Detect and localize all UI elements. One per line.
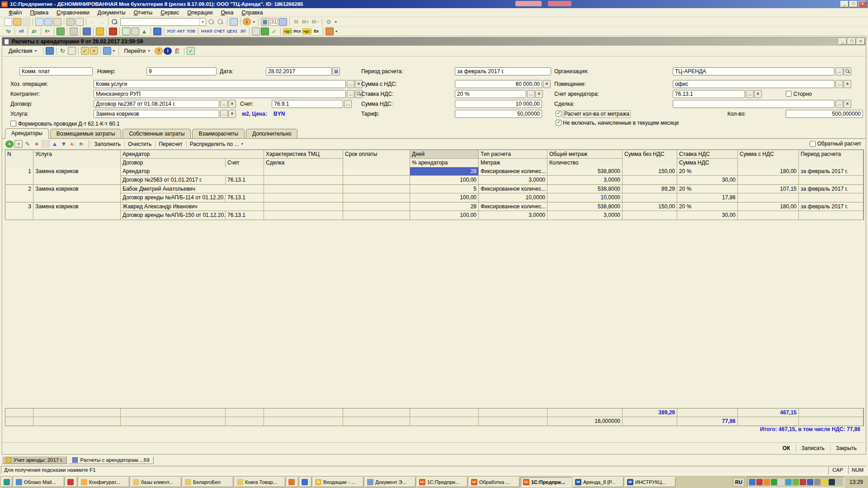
calendar-icon[interactable]: 31 — [270, 18, 278, 26]
org-field[interactable]: ТЦ-АРЕНДА — [673, 67, 835, 75]
counterparty-field[interactable]: Минскэнерго РУП — [94, 90, 346, 98]
vat-in-label[interactable]: Вх — [312, 28, 321, 35]
tray-icon[interactable] — [749, 479, 755, 485]
cell-tenant[interactable]: Бабок Дмитрий Анатольевич — [121, 185, 264, 193]
date-field[interactable]: 28.02.2017 — [266, 67, 332, 75]
make-postings-checkbox[interactable] — [10, 121, 16, 127]
cell-total-area[interactable]: 538,8000 — [547, 185, 623, 193]
tenant-account-field[interactable]: 76.13.1 — [673, 90, 745, 98]
menu-edit[interactable]: Правка — [26, 9, 53, 17]
cell-vat-rate[interactable]: 20 % — [677, 185, 738, 193]
account-select-button[interactable]: ... — [344, 100, 352, 108]
delete-row-icon[interactable]: × — [33, 140, 41, 148]
copy-icon[interactable] — [44, 18, 52, 26]
cut-icon[interactable] — [35, 18, 43, 26]
subconto-report-icon[interactable]: об — [17, 28, 25, 35]
info-dropdown-icon[interactable]: ▼ — [252, 18, 256, 26]
help-icon[interactable]: ? — [155, 47, 163, 55]
number-field[interactable]: 9 — [146, 67, 217, 75]
menu-service[interactable]: Сервис — [156, 9, 183, 17]
taskbar-outlook-inbox[interactable]: OВходящие - ... — [313, 477, 363, 487]
taskbar-document[interactable]: Документ Э... — [365, 477, 415, 487]
menu-operations[interactable]: Операции — [183, 9, 217, 17]
move-up-icon[interactable]: ▲ — [51, 140, 59, 148]
cell-empty[interactable] — [623, 211, 677, 220]
print-preview-icon[interactable] — [75, 18, 84, 26]
chart-icon[interactable] — [122, 28, 130, 35]
tariff-field[interactable]: 50,00000 — [455, 110, 542, 118]
cell-n[interactable]: 1 — [5, 167, 33, 184]
taskbar-folder-kniga[interactable]: Книга Товар... — [235, 477, 285, 487]
cell-tenant-pct[interactable]: 100,00 — [410, 176, 479, 184]
check-document-icon[interactable]: ✓ — [270, 28, 278, 35]
col-days[interactable]: Дней — [410, 150, 479, 159]
write-button[interactable]: Записать — [796, 444, 830, 452]
cell-vat-sum[interactable]: 17,86 — [677, 193, 738, 202]
cell-contract[interactable]: Договор №2563 от 01.01.2017 г. — [121, 176, 226, 184]
quicklaunch-icon[interactable] — [1, 477, 12, 487]
minimize-button[interactable]: _ — [840, 1, 849, 7]
about-icon[interactable]: i — [164, 47, 172, 55]
edit-document-icon[interactable] — [153, 28, 161, 35]
tab-vozmeshchaemye[interactable]: Возмещаемые затраты — [50, 129, 122, 138]
counterparty-select-button[interactable]: ... — [347, 90, 354, 98]
taskbar-cloud-mail[interactable]: Облако Mail... — [14, 477, 64, 487]
service-settings-icon[interactable]: ⚙ — [325, 18, 333, 26]
cell-n[interactable]: 2 — [5, 185, 33, 202]
cell-vat-sum[interactable]: 30,00 — [677, 176, 738, 184]
exclude-current-checkbox[interactable] — [556, 120, 561, 126]
tray-icon[interactable] — [807, 479, 813, 485]
taskbar-word-arenda[interactable]: WАренда_8 [Р... — [573, 477, 623, 487]
fill-button[interactable]: Заполнить — [90, 141, 124, 148]
cell-deal[interactable] — [264, 193, 343, 202]
cell-sum-no-vat[interactable]: 150,00 — [623, 167, 677, 176]
undo-icon[interactable]: ← — [89, 18, 97, 26]
col-tenant[interactable]: Арендатор — [121, 150, 264, 159]
move-down-icon[interactable]: ▼ — [60, 140, 68, 148]
cell-days-selected[interactable]: 28 — [410, 167, 479, 176]
cell-calc-type[interactable]: Фиксированное количес... — [479, 185, 547, 193]
room-clear-button[interactable]: × — [844, 80, 851, 88]
debit-report-icon[interactable]: Дт — [30, 28, 38, 35]
taskbar-blue-app[interactable] — [300, 477, 311, 487]
vat-in-icon[interactable]: НДС — [302, 28, 311, 34]
quantity-field[interactable]: 500,000000 — [786, 110, 863, 118]
tray-icon[interactable] — [836, 479, 842, 485]
taskbar-folder-bases[interactable]: базы клиент... — [131, 477, 181, 487]
contract-field[interactable]: Договор №2367 от 01.08.2014 г. — [94, 100, 219, 108]
taskbar-orange-app[interactable] — [287, 477, 298, 487]
usl-icon[interactable]: УСЛ — [166, 28, 175, 35]
tab-arendatory[interactable]: Арендаторы — [5, 128, 49, 139]
memory-plus-icon[interactable]: M+ — [301, 18, 310, 26]
deal-clear-button[interactable]: × — [844, 100, 851, 108]
cell-contract[interactable]: Договор аренды №АП/Б-114 от 01.12.20... — [121, 193, 226, 202]
cell-area[interactable]: 3,0000 — [479, 211, 547, 220]
sort-asc-icon[interactable]: А↓ — [69, 140, 77, 148]
col-calc-type[interactable]: Тип расчета — [479, 150, 547, 159]
taskbar-word-instrukc[interactable]: WИНСТРУКЦ... — [625, 477, 675, 487]
service-field[interactable]: Замена ковриков — [94, 110, 219, 118]
cell-vat-sum[interactable]: 30,00 — [677, 211, 738, 220]
cell-account[interactable]: 76.13.1 — [226, 176, 264, 184]
cell-calc-type[interactable]: Фиксированное количес... — [479, 202, 547, 211]
org-select-button[interactable]: ... — [835, 67, 843, 75]
close-button[interactable]: × — [859, 1, 867, 7]
save-icon[interactable] — [22, 18, 30, 26]
memory-minus-icon[interactable]: M− — [311, 18, 320, 26]
counterparties-icon[interactable] — [83, 28, 91, 35]
col-sum-no-vat[interactable]: Сумма без НДС — [623, 150, 677, 167]
table-icon[interactable] — [131, 28, 139, 35]
account-plus-icon[interactable]: К+ — [43, 28, 52, 35]
vat-rate-field[interactable]: 20 % — [455, 90, 526, 98]
cart-icon[interactable] — [252, 28, 260, 35]
cell-calc-type[interactable]: Фиксированное количес... — [479, 167, 547, 176]
paste-icon[interactable] — [53, 18, 61, 26]
cell-empty[interactable] — [343, 211, 410, 220]
cell-service[interactable]: Замена ковриков — [33, 202, 121, 220]
cell-deal[interactable] — [264, 211, 343, 220]
col-qty[interactable]: Количество — [547, 159, 623, 167]
col-tenant-pct[interactable]: % арендатора — [410, 159, 479, 167]
cell-due[interactable] — [343, 202, 410, 211]
window-list-icon[interactable] — [230, 18, 238, 26]
menu-reports[interactable]: Отчеты — [130, 9, 157, 17]
